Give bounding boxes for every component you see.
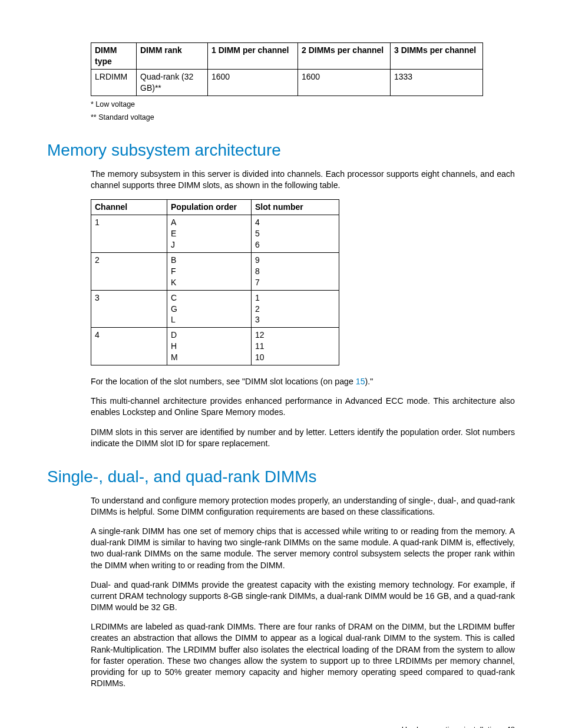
cell: 456 bbox=[252, 215, 339, 253]
cell: 4 bbox=[91, 328, 167, 365]
col-header: DIMM rank bbox=[137, 43, 208, 70]
table-row: 4DHM121110 bbox=[91, 328, 339, 365]
cell: 1333 bbox=[391, 69, 483, 95]
heading-dimm-ranks: Single-, dual-, and quad-rank DIMMs bbox=[47, 466, 515, 488]
table-row: 1AEJ456 bbox=[91, 215, 339, 253]
col-header: 3 DIMMs per channel bbox=[391, 43, 483, 70]
cell: BFK bbox=[167, 253, 252, 291]
cell: 3 bbox=[91, 290, 167, 328]
col-header: Slot number bbox=[252, 200, 339, 215]
footer-page: 48 bbox=[507, 725, 515, 728]
channel-table: Channel Population order Slot number 1AE… bbox=[91, 199, 339, 365]
table-row: Channel Population order Slot number bbox=[91, 200, 339, 215]
cell: 1600 bbox=[208, 69, 298, 95]
table-row: DIMM type DIMM rank 1 DIMM per channel 2… bbox=[91, 43, 483, 70]
footer-section: Hardware options installation bbox=[402, 725, 500, 728]
table-row: 3CGL123 bbox=[91, 290, 339, 328]
text: )." bbox=[365, 377, 373, 386]
body-text: LRDIMMs are labeled as quad-rank DIMMs. … bbox=[91, 621, 515, 689]
cell: AEJ bbox=[167, 215, 252, 253]
cell: 123 bbox=[252, 290, 339, 328]
cell: 1600 bbox=[298, 69, 391, 95]
body-text: For the location of the slot numbers, se… bbox=[91, 376, 515, 387]
body-text: To understand and configure memory prote… bbox=[91, 495, 515, 518]
page-footer: Hardware options installation 48 bbox=[47, 724, 515, 728]
text: For the location of the slot numbers, se… bbox=[91, 377, 356, 386]
cell: Quad-rank (32 GB)** bbox=[137, 69, 208, 95]
body-text: The memory subsystem in this server is d… bbox=[91, 169, 515, 191]
table-row: LRDIMM Quad-rank (32 GB)** 1600 1600 133… bbox=[91, 69, 483, 95]
cell: 2 bbox=[91, 253, 167, 291]
cell: LRDIMM bbox=[91, 69, 137, 95]
table-row: 2BFK987 bbox=[91, 253, 339, 291]
col-header: DIMM type bbox=[91, 43, 137, 70]
body-text: This multi-channel architecture provides… bbox=[91, 396, 515, 418]
heading-memory-subsystem: Memory subsystem architecture bbox=[47, 139, 515, 162]
col-header: Channel bbox=[91, 200, 167, 215]
cell: 987 bbox=[252, 253, 339, 291]
col-header: Population order bbox=[167, 200, 252, 215]
body-text: A single-rank DIMM has one set of memory… bbox=[91, 526, 515, 571]
footnote: ** Standard voltage bbox=[91, 113, 515, 123]
cell: 121110 bbox=[252, 328, 339, 365]
footnote: * Low voltage bbox=[91, 100, 515, 110]
page-link[interactable]: 15 bbox=[356, 377, 365, 386]
col-header: 1 DIMM per channel bbox=[208, 43, 298, 70]
dimm-type-table: DIMM type DIMM rank 1 DIMM per channel 2… bbox=[91, 42, 483, 96]
body-text: DIMM slots in this server are identified… bbox=[91, 427, 515, 449]
col-header: 2 DIMMs per channel bbox=[298, 43, 391, 70]
cell: CGL bbox=[167, 290, 252, 328]
body-text: Dual- and quad-rank DIMMs provide the gr… bbox=[91, 579, 515, 614]
cell: 1 bbox=[91, 215, 167, 253]
cell: DHM bbox=[167, 328, 252, 365]
